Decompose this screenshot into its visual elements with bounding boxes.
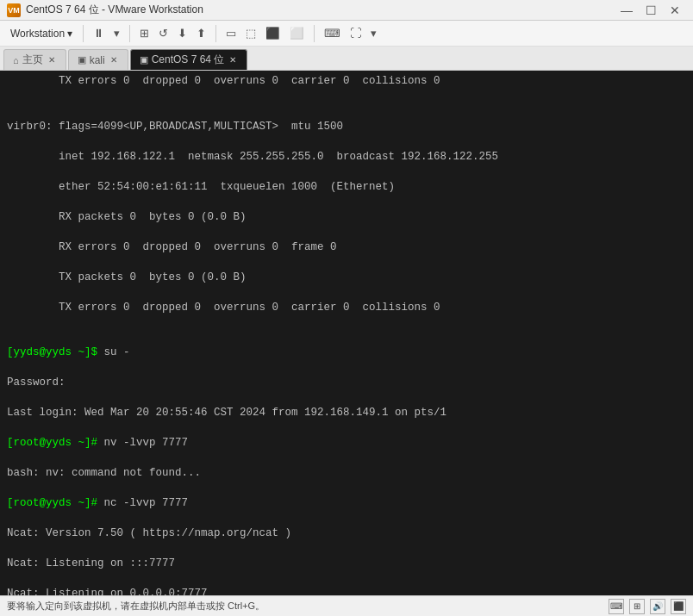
view-btn-1[interactable]: ▭ (222, 24, 240, 42)
workstation-menu[interactable]: Workstation ▾ (3, 24, 79, 43)
vm-btn-4[interactable]: ⬆ (192, 24, 210, 42)
expand-btn[interactable]: ⛶ (346, 24, 365, 42)
home-icon: ⌂ (13, 55, 19, 65)
window-title: CentOS 7 64 位 - VMware Workstation (26, 3, 615, 17)
tab-centos[interactable]: ▣ CentOS 7 64 位 ✕ (130, 49, 248, 70)
console-btn[interactable]: ⌨ (320, 24, 345, 42)
view-btn-4[interactable]: ⬜ (285, 24, 309, 42)
toolbar-group-view: ▭ ⬚ ⬛ ⬜ (222, 24, 309, 42)
tab-kali-close[interactable]: ✕ (109, 54, 119, 65)
workstation-label: Workstation (10, 28, 65, 40)
terminal[interactable]: TX errors 0 dropped 0 overruns 0 carrier… (0, 71, 693, 595)
vm-btn-2[interactable]: ↺ (154, 24, 172, 42)
tab-kali[interactable]: ▣ kali ✕ (68, 49, 128, 70)
vm-btn-1[interactable]: ⊞ (135, 24, 153, 42)
toolbar-group-extra: ⌨ ⛶ ▾ (320, 24, 381, 42)
status-icons: ⌨ ⊞ 🔊 ⬛ (609, 599, 686, 614)
centos-icon: ▣ (140, 54, 148, 65)
vm-btn-3[interactable]: ⬇ (173, 24, 191, 42)
title-bar: VM CentOS 7 64 位 - VMware Workstation — … (0, 0, 693, 21)
tab-home-close[interactable]: ✕ (47, 54, 57, 65)
view-btn-2[interactable]: ⬚ (241, 24, 260, 42)
tab-bar: ⌂ 主页 ✕ ▣ kali ✕ ▣ CentOS 7 64 位 ✕ (0, 47, 693, 71)
maximize-button[interactable]: ☐ (640, 2, 662, 19)
status-hint: 要将输入定向到该虚拟机，请在虚拟机内部单击或按 Ctrl+G。 (7, 600, 265, 613)
pause-button[interactable]: ⏸ (89, 24, 109, 42)
window-controls: — ☐ ✕ (615, 2, 686, 19)
toolbar-separator-2 (129, 25, 130, 42)
status-icon-4[interactable]: ⬛ (671, 599, 686, 614)
app-icon: VM (7, 3, 21, 17)
toolbar-group-vm: ⊞ ↺ ⬇ ⬆ (135, 24, 210, 42)
status-icon-2[interactable]: ⊞ (629, 599, 645, 614)
pause-dropdown[interactable]: ▾ (109, 24, 124, 42)
expand-dropdown[interactable]: ▾ (366, 24, 381, 42)
menu-bar: Workstation ▾ ⏸ ▾ ⊞ ↺ ⬇ ⬆ ▭ ⬚ ⬛ ⬜ ⌨ ⛶ ▾ (0, 21, 693, 47)
status-bar: 要将输入定向到该虚拟机，请在虚拟机内部单击或按 Ctrl+G。 ⌨ ⊞ 🔊 ⬛ (0, 595, 693, 616)
status-icon-3[interactable]: 🔊 (650, 599, 665, 614)
tab-home[interactable]: ⌂ 主页 ✕ (3, 49, 66, 70)
toolbar-separator-3 (215, 25, 216, 42)
tab-centos-close[interactable]: ✕ (228, 54, 238, 65)
toolbar-separator-4 (314, 25, 315, 42)
tab-centos-label: CentOS 7 64 位 (152, 53, 225, 67)
terminal-content: TX errors 0 dropped 0 overruns 0 carrier… (7, 74, 686, 595)
kali-icon: ▣ (78, 54, 86, 65)
status-icon-1[interactable]: ⌨ (609, 599, 624, 614)
tab-kali-label: kali (90, 54, 105, 66)
tab-home-label: 主页 (22, 53, 43, 67)
view-btn-3[interactable]: ⬛ (261, 24, 284, 42)
toolbar-separator-1 (83, 25, 84, 42)
minimize-button[interactable]: — (615, 2, 638, 19)
toolbar-group-power: ⏸ ▾ (89, 24, 124, 42)
dropdown-arrow: ▾ (67, 28, 72, 40)
close-button[interactable]: ✕ (664, 2, 686, 19)
